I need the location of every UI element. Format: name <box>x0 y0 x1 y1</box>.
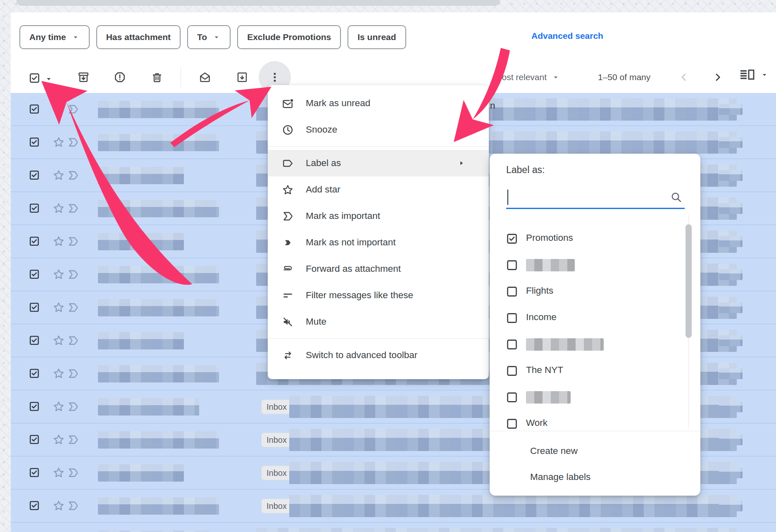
importance-marker-icon[interactable] <box>67 302 79 314</box>
star-icon[interactable] <box>52 400 65 413</box>
star-icon[interactable] <box>52 301 65 314</box>
importance-marker-icon[interactable] <box>67 335 79 347</box>
report-spam-button[interactable] <box>110 68 129 87</box>
pagination-count: 1–50 of many <box>598 68 650 87</box>
advanced-search-link[interactable]: Advanced search <box>531 31 603 41</box>
menu-item-filter-messages-like-these[interactable]: Filter messages like these <box>268 282 489 309</box>
redacted-timestamp <box>719 269 743 280</box>
swap-arrows-icon <box>282 349 294 361</box>
menu-item-add-star[interactable]: Add star <box>268 176 489 203</box>
redacted-sender <box>98 101 219 118</box>
caret-down-icon <box>760 71 769 79</box>
select-dropdown-button[interactable] <box>41 68 56 87</box>
filter-chip-to[interactable]: To <box>187 25 231 49</box>
importance-marker-icon[interactable] <box>67 268 79 280</box>
menu-item-forward-as-attachment[interactable]: Forward as attachment <box>268 256 489 282</box>
redacted-label-text <box>526 259 575 271</box>
redacted-label-text <box>526 338 604 351</box>
importance-marker-icon[interactable] <box>67 169 79 181</box>
row-checkbox-checked-icon[interactable] <box>29 104 40 114</box>
star-icon[interactable] <box>52 235 65 247</box>
menu-item-snooze[interactable]: Snooze <box>268 116 489 143</box>
row-checkbox-checked-icon[interactable] <box>29 434 40 445</box>
redacted-label-text <box>526 391 571 404</box>
importance-marker-icon[interactable] <box>67 103 79 115</box>
importance-marker-icon[interactable] <box>67 467 79 479</box>
star-icon[interactable] <box>52 268 65 280</box>
action-label: Manage labels <box>530 472 590 482</box>
older-page-button[interactable] <box>709 69 726 86</box>
label-item-redacted[interactable] <box>490 384 700 411</box>
redacted-timestamp <box>719 203 743 214</box>
row-checkbox-checked-icon[interactable] <box>29 302 40 313</box>
label-item-income[interactable]: Income <box>490 305 700 331</box>
menu-item-mark-as-not-important[interactable]: Mark as not important <box>268 229 489 256</box>
mark-as-read-button[interactable] <box>195 68 214 87</box>
newer-page-button[interactable] <box>675 69 693 86</box>
archive-button[interactable] <box>74 68 93 87</box>
filter-chip-any-time[interactable]: Any time <box>19 25 90 49</box>
importance-marker-icon[interactable] <box>67 401 79 413</box>
label-menu-divider <box>490 431 700 431</box>
menu-item-label: Forward as attachment <box>306 264 401 274</box>
label-search-input[interactable] <box>507 188 664 206</box>
filter-chip-has-attachment[interactable]: Has attachment <box>96 25 181 49</box>
star-icon[interactable] <box>52 136 65 148</box>
star-icon[interactable] <box>52 466 65 479</box>
importance-marker-icon[interactable] <box>67 434 79 446</box>
row-checkbox-checked-icon[interactable] <box>29 137 40 147</box>
sort-dropdown[interactable]: Most relevant <box>495 68 560 87</box>
star-icon[interactable] <box>52 169 65 181</box>
filter-chip-label: Is unread <box>357 32 396 42</box>
row-checkbox-checked-icon[interactable] <box>29 335 40 346</box>
filter-chip-is-unread[interactable]: Is unread <box>348 25 406 49</box>
three-dots-icon <box>269 71 281 83</box>
star-icon[interactable] <box>52 367 65 380</box>
label-item-the-nyt[interactable]: The NYT <box>490 358 700 384</box>
label-list: PromotionsFlightsIncomeThe NYTWork <box>490 215 700 429</box>
move-to-button[interactable] <box>233 68 252 87</box>
importance-marker-icon[interactable] <box>67 235 79 247</box>
menu-item-switch-to-advanced-toolbar[interactable]: Switch to advanced toolbar <box>268 342 489 368</box>
star-icon[interactable] <box>52 499 65 512</box>
manage-labels-button[interactable]: Manage labels <box>490 468 700 486</box>
row-checkbox-checked-icon[interactable] <box>29 401 40 412</box>
star-icon <box>282 184 294 196</box>
importance-marker-icon[interactable] <box>67 202 79 214</box>
menu-item-mark-as-unread[interactable]: Mark as unread <box>268 90 489 116</box>
row-checkbox-checked-icon[interactable] <box>29 500 40 511</box>
email-row[interactable] <box>11 522 776 532</box>
row-checkbox-checked-icon[interactable] <box>29 203 40 214</box>
star-icon[interactable] <box>52 202 65 214</box>
label-item-redacted[interactable] <box>490 331 700 358</box>
importance-marker-icon[interactable] <box>67 500 79 512</box>
split-pane-toggle[interactable] <box>740 69 769 81</box>
row-checkbox-checked-icon[interactable] <box>29 368 40 379</box>
importance-marker-icon[interactable] <box>67 136 79 148</box>
caret-down-icon <box>71 33 80 41</box>
label-item-redacted[interactable] <box>490 252 700 278</box>
mute-icon <box>282 316 294 328</box>
scrollbar-thumb[interactable] <box>686 224 692 338</box>
menu-item-mute[interactable]: Mute <box>268 309 489 335</box>
snooze-icon <box>282 124 294 136</box>
delete-button[interactable] <box>148 68 167 87</box>
star-icon[interactable] <box>52 433 65 446</box>
label-item-promotions[interactable]: Promotions <box>490 226 700 252</box>
filter-chip-exclude-promotions[interactable]: Exclude Promotions <box>237 25 341 49</box>
menu-item-mark-as-important[interactable]: Mark as important <box>268 203 489 229</box>
star-icon[interactable] <box>52 334 65 347</box>
row-checkbox-checked-icon[interactable] <box>29 170 40 180</box>
row-checkbox-checked-icon[interactable] <box>29 467 40 478</box>
label-item-work[interactable]: Work <box>490 411 700 429</box>
filter-chip-label: Has attachment <box>106 32 171 42</box>
redacted-timestamp <box>719 302 743 313</box>
create-new-button[interactable]: Create new <box>490 442 700 460</box>
row-checkbox-checked-icon[interactable] <box>29 236 40 247</box>
star-icon[interactable] <box>52 103 65 115</box>
filter-chip-label: To <box>197 32 207 42</box>
importance-marker-icon[interactable] <box>67 368 79 380</box>
row-checkbox-checked-icon[interactable] <box>29 269 40 280</box>
menu-item-label-as[interactable]: Label as <box>268 150 489 176</box>
label-item-flights[interactable]: Flights <box>490 278 700 305</box>
